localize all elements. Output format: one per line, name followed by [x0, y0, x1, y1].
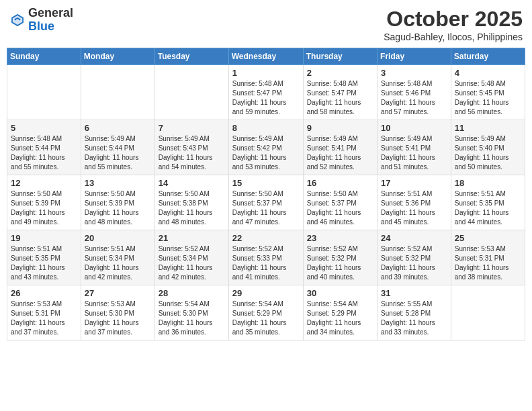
weekday-header-monday: Monday	[81, 48, 154, 65]
day-number: 7	[159, 123, 225, 133]
day-number: 26	[11, 288, 77, 298]
day-number: 19	[11, 233, 77, 243]
calendar-cell: 1Sunrise: 5:48 AM Sunset: 5:47 PM Daylig…	[228, 65, 303, 120]
day-number: 2	[307, 68, 373, 78]
day-info: Sunrise: 5:49 AM Sunset: 5:44 PM Dayligh…	[85, 134, 151, 172]
day-number: 5	[11, 123, 77, 133]
location-title: Sagud-Bahley, Ilocos, Philippines	[384, 32, 523, 42]
weekday-header-tuesday: Tuesday	[154, 48, 228, 65]
day-info: Sunrise: 5:53 AM Sunset: 5:30 PM Dayligh…	[85, 300, 151, 337]
calendar-cell: 22Sunrise: 5:52 AM Sunset: 5:33 PM Dayli…	[228, 230, 303, 285]
day-info: Sunrise: 5:51 AM Sunset: 5:36 PM Dayligh…	[381, 189, 447, 227]
day-info: Sunrise: 5:52 AM Sunset: 5:33 PM Dayligh…	[232, 244, 300, 282]
day-number: 8	[232, 123, 300, 133]
calendar-cell: 21Sunrise: 5:52 AM Sunset: 5:34 PM Dayli…	[154, 230, 228, 285]
day-info: Sunrise: 5:54 AM Sunset: 5:29 PM Dayligh…	[307, 300, 373, 337]
day-number: 11	[455, 123, 521, 133]
day-number: 22	[232, 233, 300, 243]
day-info: Sunrise: 5:50 AM Sunset: 5:37 PM Dayligh…	[232, 189, 300, 227]
calendar-cell: 28Sunrise: 5:54 AM Sunset: 5:30 PM Dayli…	[154, 285, 228, 340]
day-info: Sunrise: 5:50 AM Sunset: 5:39 PM Dayligh…	[11, 189, 77, 227]
calendar-cell: 8Sunrise: 5:49 AM Sunset: 5:42 PM Daylig…	[228, 120, 303, 175]
day-info: Sunrise: 5:48 AM Sunset: 5:47 PM Dayligh…	[307, 79, 373, 117]
day-info: Sunrise: 5:53 AM Sunset: 5:31 PM Dayligh…	[11, 300, 77, 337]
calendar-cell: 31Sunrise: 5:55 AM Sunset: 5:28 PM Dayli…	[378, 285, 451, 340]
calendar-cell	[451, 285, 525, 340]
calendar-cell: 15Sunrise: 5:50 AM Sunset: 5:37 PM Dayli…	[228, 175, 303, 230]
day-number: 12	[11, 178, 77, 188]
calendar-cell: 4Sunrise: 5:48 AM Sunset: 5:45 PM Daylig…	[451, 65, 525, 120]
day-info: Sunrise: 5:51 AM Sunset: 5:35 PM Dayligh…	[11, 244, 77, 282]
day-number: 28	[159, 288, 225, 298]
day-info: Sunrise: 5:54 AM Sunset: 5:29 PM Dayligh…	[232, 300, 300, 337]
day-number: 15	[232, 178, 300, 188]
logo: General Blue	[9, 7, 73, 34]
day-number: 9	[307, 123, 373, 133]
day-number: 21	[159, 233, 225, 243]
title-block: October 2025 Sagud-Bahley, Ilocos, Phili…	[384, 7, 523, 42]
logo-icon	[9, 12, 26, 28]
weekday-header-saturday: Saturday	[451, 48, 525, 65]
day-number: 17	[381, 178, 447, 188]
calendar-cell: 2Sunrise: 5:48 AM Sunset: 5:47 PM Daylig…	[303, 65, 377, 120]
day-number: 24	[381, 233, 447, 243]
logo-text: General Blue	[28, 7, 73, 34]
calendar-cell: 29Sunrise: 5:54 AM Sunset: 5:29 PM Dayli…	[228, 285, 303, 340]
calendar-cell: 26Sunrise: 5:53 AM Sunset: 5:31 PM Dayli…	[7, 285, 81, 340]
week-row-3: 19Sunrise: 5:51 AM Sunset: 5:35 PM Dayli…	[7, 230, 525, 285]
day-number: 25	[455, 233, 521, 243]
day-info: Sunrise: 5:49 AM Sunset: 5:43 PM Dayligh…	[159, 134, 225, 172]
calendar-cell: 14Sunrise: 5:50 AM Sunset: 5:38 PM Dayli…	[154, 175, 228, 230]
day-info: Sunrise: 5:52 AM Sunset: 5:32 PM Dayligh…	[381, 244, 447, 282]
day-info: Sunrise: 5:48 AM Sunset: 5:45 PM Dayligh…	[455, 79, 521, 117]
calendar-cell: 9Sunrise: 5:49 AM Sunset: 5:41 PM Daylig…	[303, 120, 377, 175]
calendar-cell: 12Sunrise: 5:50 AM Sunset: 5:39 PM Dayli…	[7, 175, 81, 230]
calendar-cell: 18Sunrise: 5:51 AM Sunset: 5:35 PM Dayli…	[451, 175, 525, 230]
day-number: 31	[381, 288, 447, 298]
calendar-cell	[154, 65, 228, 120]
calendar-cell: 20Sunrise: 5:51 AM Sunset: 5:34 PM Dayli…	[81, 230, 154, 285]
calendar-cell: 5Sunrise: 5:48 AM Sunset: 5:44 PM Daylig…	[7, 120, 81, 175]
day-info: Sunrise: 5:51 AM Sunset: 5:35 PM Dayligh…	[455, 189, 521, 227]
calendar-cell: 24Sunrise: 5:52 AM Sunset: 5:32 PM Dayli…	[378, 230, 451, 285]
day-info: Sunrise: 5:53 AM Sunset: 5:31 PM Dayligh…	[455, 244, 521, 282]
calendar-cell: 19Sunrise: 5:51 AM Sunset: 5:35 PM Dayli…	[7, 230, 81, 285]
calendar-cell	[7, 65, 81, 120]
calendar-table: SundayMondayTuesdayWednesdayThursdayFrid…	[7, 48, 525, 340]
day-number: 14	[159, 178, 225, 188]
day-number: 18	[455, 178, 521, 188]
day-number: 20	[85, 233, 151, 243]
day-info: Sunrise: 5:48 AM Sunset: 5:47 PM Dayligh…	[232, 79, 300, 117]
day-number: 4	[455, 68, 521, 78]
calendar-cell: 17Sunrise: 5:51 AM Sunset: 5:36 PM Dayli…	[378, 175, 451, 230]
calendar-cell: 7Sunrise: 5:49 AM Sunset: 5:43 PM Daylig…	[154, 120, 228, 175]
calendar-cell: 10Sunrise: 5:49 AM Sunset: 5:41 PM Dayli…	[378, 120, 451, 175]
day-number: 30	[307, 288, 373, 298]
day-info: Sunrise: 5:49 AM Sunset: 5:41 PM Dayligh…	[381, 134, 447, 172]
day-number: 27	[85, 288, 151, 298]
calendar-cell	[81, 65, 154, 120]
week-row-2: 12Sunrise: 5:50 AM Sunset: 5:39 PM Dayli…	[7, 175, 525, 230]
day-info: Sunrise: 5:49 AM Sunset: 5:40 PM Dayligh…	[455, 134, 521, 172]
calendar-cell: 27Sunrise: 5:53 AM Sunset: 5:30 PM Dayli…	[81, 285, 154, 340]
day-info: Sunrise: 5:50 AM Sunset: 5:39 PM Dayligh…	[85, 189, 151, 227]
day-info: Sunrise: 5:51 AM Sunset: 5:34 PM Dayligh…	[85, 244, 151, 282]
month-title: October 2025	[384, 7, 523, 32]
calendar-cell: 30Sunrise: 5:54 AM Sunset: 5:29 PM Dayli…	[303, 285, 377, 340]
weekday-header-row: SundayMondayTuesdayWednesdayThursdayFrid…	[7, 48, 525, 65]
day-info: Sunrise: 5:49 AM Sunset: 5:41 PM Dayligh…	[307, 134, 373, 172]
week-row-4: 26Sunrise: 5:53 AM Sunset: 5:31 PM Dayli…	[7, 285, 525, 340]
day-number: 16	[307, 178, 373, 188]
day-number: 1	[232, 68, 300, 78]
calendar-cell: 16Sunrise: 5:50 AM Sunset: 5:37 PM Dayli…	[303, 175, 377, 230]
day-info: Sunrise: 5:52 AM Sunset: 5:32 PM Dayligh…	[307, 244, 373, 282]
weekday-header-friday: Friday	[378, 48, 451, 65]
day-info: Sunrise: 5:50 AM Sunset: 5:37 PM Dayligh…	[307, 189, 373, 227]
weekday-header-thursday: Thursday	[303, 48, 377, 65]
day-info: Sunrise: 5:48 AM Sunset: 5:44 PM Dayligh…	[11, 134, 77, 172]
week-row-0: 1Sunrise: 5:48 AM Sunset: 5:47 PM Daylig…	[7, 65, 525, 120]
calendar-cell: 6Sunrise: 5:49 AM Sunset: 5:44 PM Daylig…	[81, 120, 154, 175]
calendar-cell: 11Sunrise: 5:49 AM Sunset: 5:40 PM Dayli…	[451, 120, 525, 175]
day-info: Sunrise: 5:48 AM Sunset: 5:46 PM Dayligh…	[381, 79, 447, 117]
day-number: 29	[232, 288, 300, 298]
